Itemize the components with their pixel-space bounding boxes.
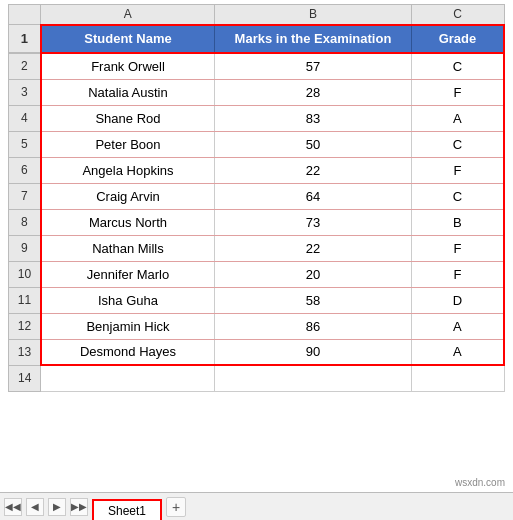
empty-cell-a — [41, 365, 215, 391]
empty-cell-c — [411, 365, 504, 391]
table-row: 12Benjamin Hick86A — [9, 313, 505, 339]
nav-prev-arrow[interactable]: ◀ — [26, 498, 44, 516]
cell-marks-0: 57 — [215, 53, 412, 79]
table-row: 2Frank Orwell57C — [9, 53, 505, 79]
grid-area: A B C 1 Student Name Marks in the Examin… — [0, 0, 513, 492]
corner-cell — [9, 5, 41, 25]
row-num-5: 5 — [9, 131, 41, 157]
header-marks: Marks in the Examination — [215, 25, 412, 53]
row-num-1: 1 — [9, 25, 41, 53]
row-num-2: 2 — [9, 53, 41, 79]
watermark: wsxdn.com — [455, 477, 505, 488]
table-row: 11Isha Guha58D — [9, 287, 505, 313]
nav-first-arrow[interactable]: ◀◀ — [4, 498, 22, 516]
cell-marks-10: 86 — [215, 313, 412, 339]
cell-grade-8: F — [411, 261, 504, 287]
row-num-6: 6 — [9, 157, 41, 183]
row-num-4: 4 — [9, 105, 41, 131]
cell-grade-11: A — [411, 339, 504, 365]
table-row: 6Angela Hopkins22F — [9, 157, 505, 183]
cell-name-0: Frank Orwell — [41, 53, 215, 79]
table-row: 3Natalia Austin28F — [9, 79, 505, 105]
table-row: 13Desmond Hayes90A — [9, 339, 505, 365]
header-row: 1 Student Name Marks in the Examination … — [9, 25, 505, 53]
table-row: 8Marcus North73B — [9, 209, 505, 235]
cell-grade-2: A — [411, 105, 504, 131]
nav-next-arrow[interactable]: ▶ — [48, 498, 66, 516]
row-num-13: 13 — [9, 339, 41, 365]
cell-name-10: Benjamin Hick — [41, 313, 215, 339]
column-header-row: A B C — [9, 5, 505, 25]
cell-grade-0: C — [411, 53, 504, 79]
cell-grade-7: F — [411, 235, 504, 261]
cell-grade-4: F — [411, 157, 504, 183]
nav-last-arrow[interactable]: ▶▶ — [70, 498, 88, 516]
header-student-name: Student Name — [41, 25, 215, 53]
cell-marks-11: 90 — [215, 339, 412, 365]
cell-name-7: Nathan Mills — [41, 235, 215, 261]
cell-marks-9: 58 — [215, 287, 412, 313]
empty-row-14: 14 — [9, 365, 505, 391]
cell-marks-8: 20 — [215, 261, 412, 287]
table-row: 7Craig Arvin64C — [9, 183, 505, 209]
table-row: 9Nathan Mills22F — [9, 235, 505, 261]
cell-marks-1: 28 — [215, 79, 412, 105]
cell-name-5: Craig Arvin — [41, 183, 215, 209]
cell-grade-9: D — [411, 287, 504, 313]
col-header-c[interactable]: C — [411, 5, 504, 25]
empty-cell-b — [215, 365, 412, 391]
table-row: 4Shane Rod83A — [9, 105, 505, 131]
tab-bar: ◀◀ ◀ ▶ ▶▶ Sheet1 + — [0, 492, 513, 520]
cell-name-4: Angela Hopkins — [41, 157, 215, 183]
cell-name-11: Desmond Hayes — [41, 339, 215, 365]
cell-name-2: Shane Rod — [41, 105, 215, 131]
cell-marks-3: 50 — [215, 131, 412, 157]
spreadsheet: A B C 1 Student Name Marks in the Examin… — [0, 0, 513, 520]
row-num-14: 14 — [9, 365, 41, 391]
row-num-8: 8 — [9, 209, 41, 235]
row-num-12: 12 — [9, 313, 41, 339]
cell-name-3: Peter Boon — [41, 131, 215, 157]
cell-marks-4: 22 — [215, 157, 412, 183]
cell-name-6: Marcus North — [41, 209, 215, 235]
cell-name-9: Isha Guha — [41, 287, 215, 313]
cell-marks-6: 73 — [215, 209, 412, 235]
cell-name-1: Natalia Austin — [41, 79, 215, 105]
data-table: 2Frank Orwell57C3Natalia Austin28F4Shane… — [8, 52, 505, 392]
cell-grade-5: C — [411, 183, 504, 209]
cell-marks-7: 22 — [215, 235, 412, 261]
add-sheet-button[interactable]: + — [166, 497, 186, 517]
outer-table: A B C 1 Student Name Marks in the Examin… — [8, 4, 505, 53]
row-num-7: 7 — [9, 183, 41, 209]
row-num-10: 10 — [9, 261, 41, 287]
cell-grade-1: F — [411, 79, 504, 105]
sheet1-tab[interactable]: Sheet1 — [92, 499, 162, 521]
col-header-a[interactable]: A — [41, 5, 215, 25]
row-num-9: 9 — [9, 235, 41, 261]
cell-grade-10: A — [411, 313, 504, 339]
cell-marks-2: 83 — [215, 105, 412, 131]
cell-name-8: Jennifer Marlo — [41, 261, 215, 287]
cell-grade-3: C — [411, 131, 504, 157]
row-num-3: 3 — [9, 79, 41, 105]
col-header-b[interactable]: B — [215, 5, 412, 25]
cell-grade-6: B — [411, 209, 504, 235]
table-row: 10Jennifer Marlo20F — [9, 261, 505, 287]
row-num-11: 11 — [9, 287, 41, 313]
cell-marks-5: 64 — [215, 183, 412, 209]
table-row: 5Peter Boon50C — [9, 131, 505, 157]
header-grade: Grade — [411, 25, 504, 53]
